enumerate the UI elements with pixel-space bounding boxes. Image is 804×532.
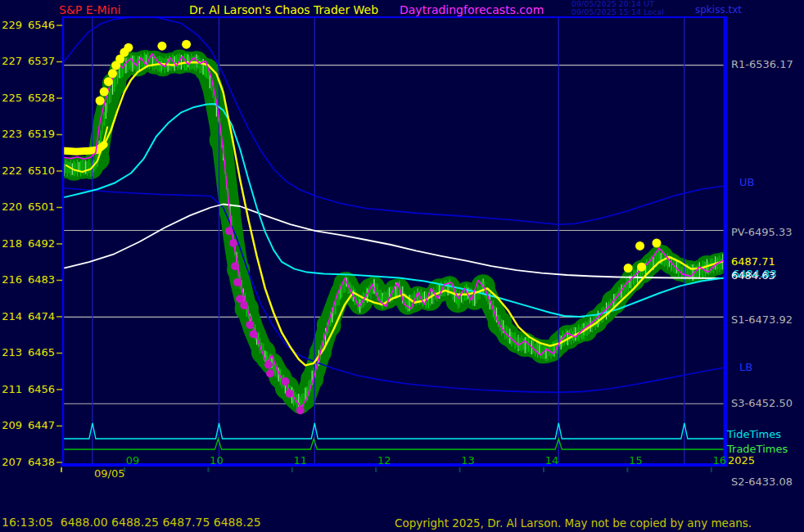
es-price-value: 6447 [22,419,55,431]
sell-signal-dot [250,330,258,338]
price-channel-blob [64,61,724,404]
hour-label-13: 13 [461,454,475,467]
price-axis-row: 2076438 [1,456,58,468]
sell-signal-dot [281,377,289,385]
hour-label-14: 14 [545,454,559,467]
cash-index-value: 225 [1,92,22,104]
sell-signal-dot [240,301,248,309]
price-axis-row: 2186492 [1,237,58,250]
es-price-value: 6546 [22,19,55,31]
right-label-r1-6536-17: R1-6536.17 [731,58,793,70]
price-axis-row: 2296546 [1,19,58,31]
price-axis-row: 2136465 [1,346,58,358]
sell-signal-dot [231,262,239,270]
sell-signal-dot [264,361,273,369]
price-axis-row: 2256528 [1,92,58,104]
es-price-value: 6492 [22,237,55,250]
buy-signal-dot [624,264,633,273]
cash-index-value: 223 [1,128,22,140]
right-label-tidetimes: TideTimes [727,428,781,440]
price-axis-row: 2116456 [1,383,58,395]
hour-label-16: 16 [713,454,727,467]
es-price-value: 6474 [22,310,55,322]
right-label-2025: 2025 [728,454,755,467]
cash-index-value: 214 [1,310,22,322]
hour-label-11: 11 [294,454,308,467]
sell-signal-dot [246,321,254,329]
sell-signal-dot [225,227,233,235]
es-price-value: 6519 [22,128,55,140]
copyright-notice: Copyright 2025, Dr. Al Larson. May not b… [395,516,752,530]
right-label-6484-63: 6484.63 [731,269,775,282]
tide-times-row [63,423,725,439]
right-label-6487-71: 6487.71 [731,255,775,268]
sell-signal-dot [296,406,305,414]
price-axis-row: 2096447 [1,419,58,431]
price-axis-row: 2276537 [1,55,58,67]
price-axis-row: 2226510 [1,165,58,177]
date-label: 09/05 [94,467,124,480]
right-label-ub: UB [739,176,754,188]
cash-index-value: 220 [1,201,22,213]
hour-label-15: 15 [629,454,643,467]
es-price-value: 6537 [22,55,55,67]
cash-index-value: 218 [1,237,22,250]
price-axis-row: 2206501 [1,201,58,213]
price-axis-row: 2166483 [1,273,58,286]
plot-series [54,17,728,482]
buy-signal-dot [182,40,191,49]
es-price-value: 6528 [22,92,55,104]
chaos-trader-chart-page: S&P E-Mini Dr. Al Larson's Chaos Trader … [0,0,804,532]
cash-index-value: 229 [1,19,22,31]
series-exma_yellow [64,62,724,365]
hour-label-12: 12 [377,454,391,467]
sell-signal-dot [286,390,294,398]
cash-index-value: 211 [1,383,22,395]
right-label-s2-6433-08: S2-6433.08 [731,476,793,488]
cash-index-value: 209 [1,419,22,431]
es-price-value: 6456 [22,383,55,395]
es-price-value: 6465 [22,346,55,358]
es-price-value: 6483 [22,273,55,286]
cash-index-value: 222 [1,165,22,177]
sell-signal-dot [229,239,237,247]
right-label-tradetimes: TradeTimes [727,443,788,455]
hour-label-10: 10 [210,454,224,467]
buy-signal-dot [653,239,662,248]
buy-signal-dot [108,69,117,78]
right-label-s3-6452-50: S3-6452.50 [731,397,793,409]
buy-signal-dot [635,241,644,250]
trade-times-row [63,439,725,449]
buy-signal-dot [637,263,646,272]
hour-label-09: 09 [126,454,140,467]
status-quote-line: 16:13:05 6488.00 6488.25 6487.75 6488.25 [2,516,261,529]
buy-signal-dot [124,43,133,52]
sell-signal-dot [233,278,242,286]
right-label-s1-6473-92: S1-6473.92 [731,313,793,326]
buy-signal-dot [104,77,113,86]
price-axis-row: 2146474 [1,310,58,322]
es-price-value: 6510 [22,165,55,177]
es-price-value: 6501 [22,201,55,213]
price-axis-row: 2236519 [1,128,58,140]
cash-index-value: 216 [1,273,22,286]
right-label-lb: LB [739,361,752,373]
cash-index-value: 213 [1,346,22,358]
right-label-pv-6495-33: PV-6495.33 [731,226,792,238]
cash-index-value: 207 [1,456,22,468]
price-chart-plot [0,0,804,532]
cash-index-value: 227 [1,55,22,67]
buy-signal-dot [100,88,109,97]
sell-signal-dot [266,369,274,377]
es-price-value: 6438 [22,456,55,468]
buy-signal-dot [157,42,166,51]
buy-signal-dot [96,97,105,106]
